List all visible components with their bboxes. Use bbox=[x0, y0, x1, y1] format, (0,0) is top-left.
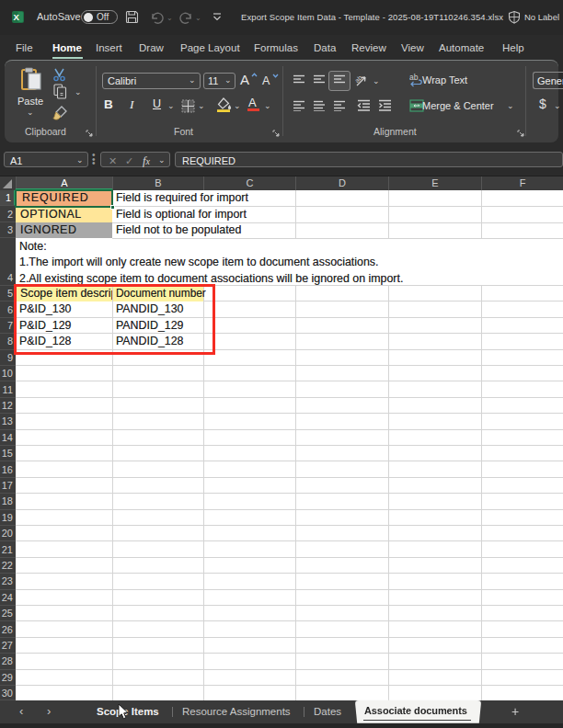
svg-text:ab: ab bbox=[355, 74, 363, 85]
svg-text:X: X bbox=[13, 12, 19, 22]
svg-text:ab: ab bbox=[409, 73, 419, 82]
